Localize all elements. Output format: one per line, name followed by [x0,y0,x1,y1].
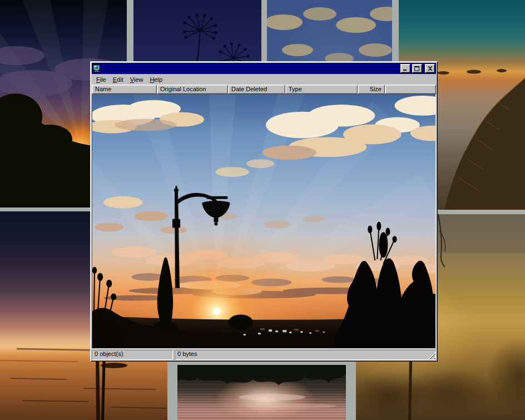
minimize-button[interactable] [400,64,410,73]
column-header-date-deleted[interactable]: Date Deleted [228,85,285,94]
status-total-size: 0 bytes [175,350,436,360]
reflection-art [177,365,346,420]
status-bar: 0 object(s) 0 bytes [92,349,436,360]
column-header-size[interactable]: Size [358,85,385,94]
menu-bar: File Edit View Help [92,74,436,85]
menu-help[interactable]: Help [146,75,166,84]
title-bar[interactable] [92,63,436,74]
wallpaper-tile-water-reflections [177,365,346,420]
column-header-original-location[interactable]: Original Location [157,85,228,94]
recycle-bin-window: File Edit View Help Name Original Locati… [90,61,438,362]
computer-icon[interactable] [93,65,101,72]
column-header-blank[interactable] [385,85,436,94]
column-header-type[interactable]: Type [285,85,358,94]
menu-view[interactable]: View [127,75,147,84]
menu-file[interactable]: File [93,75,110,84]
status-object-count: 0 object(s) [92,350,173,360]
menu-edit[interactable]: Edit [110,75,127,84]
resize-grip[interactable] [428,352,435,359]
sunset-lamp-photo [92,95,435,348]
status-size-text: 0 bytes [177,350,197,357]
desktop: { "window": { "title": "", "icon": "comp… [0,0,525,420]
column-header-row: Name Original Location Date Deleted Type… [92,85,436,94]
column-header-name[interactable]: Name [92,85,157,94]
close-button[interactable] [425,64,435,73]
maximize-button[interactable] [412,64,422,73]
list-view-area[interactable] [92,94,436,349]
